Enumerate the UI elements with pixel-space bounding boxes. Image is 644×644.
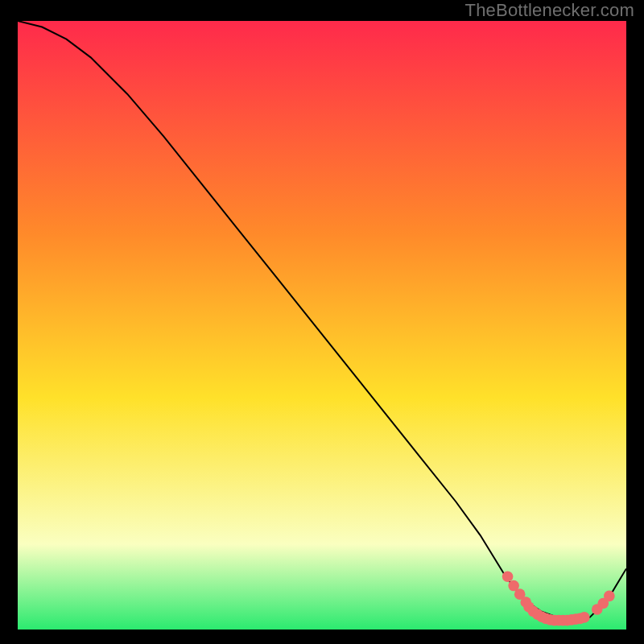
marker-dot (579, 612, 590, 623)
chart-svg (18, 21, 626, 630)
marker-dot (604, 591, 615, 602)
gradient-background (18, 21, 626, 630)
chart-frame: TheBottlenecker.com (0, 0, 644, 644)
marker-dot (502, 571, 514, 582)
watermark-text: TheBottlenecker.com (465, 0, 634, 21)
bottleneck-chart (18, 21, 626, 630)
